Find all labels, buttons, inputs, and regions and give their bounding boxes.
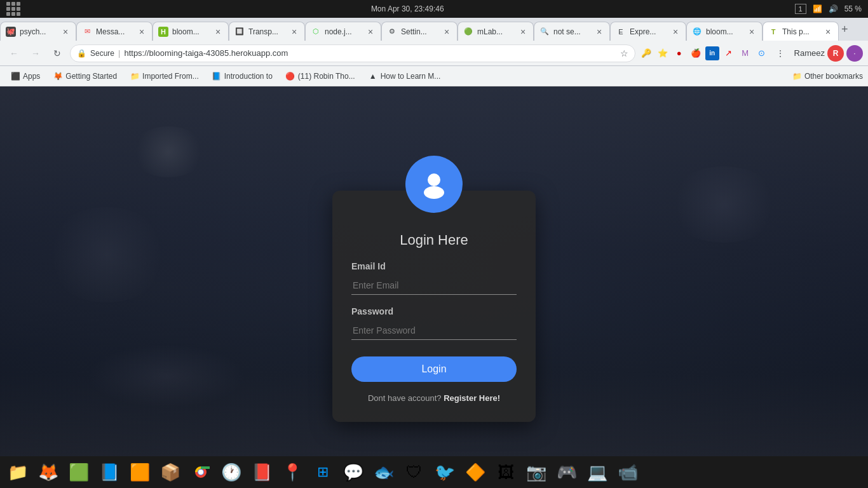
tab-favicon-messa: ✉ [82,27,92,37]
reload-button[interactable]: ↻ [48,44,66,62]
taskbar-archive[interactable]: 📦 [156,458,184,486]
taskbar-whatsapp[interactable]: 💬 [339,458,367,486]
tab-node[interactable]: ⬡ node.j... × [305,22,381,41]
tab-sett[interactable]: ⚙ Settin... × [381,22,458,41]
bookmark-imported-label: Imported From... [142,72,199,81]
email-input[interactable] [351,276,517,295]
taskbar-video[interactable]: 📹 [614,458,642,486]
taskbar-docs[interactable]: 📘 [95,458,123,486]
bookmark-intro[interactable]: 📘 Introduction to [207,70,278,83]
taskbar-bird[interactable]: 🐦 [431,458,459,486]
tab-favicon-mlab: 🟢 [463,27,473,37]
profile-avatar-purple[interactable]: · [846,45,863,62]
tab-bloom2[interactable]: 🌐 bloom... × [686,22,763,41]
tab-close-psycho[interactable]: × [60,27,71,37]
taskbar-sheets[interactable]: 🟩 [65,458,93,486]
bokeh-1 [130,126,207,177]
tab-bloom1[interactable]: H bloom... × [153,22,229,41]
bookmark-robin[interactable]: 🔴 (11) Robin Tho... [280,70,360,83]
os-topbar: Mon Apr 30, 23:49:46 1 📶 🔊 55 % [0,0,868,18]
bookmark-howto[interactable]: ▲ How to Learn M... [363,70,446,83]
address-box[interactable]: 🔒 Secure | https://blooming-taiga-43085.… [70,44,635,62]
back-button[interactable]: ← [5,44,23,62]
tab-label-mlab: mLab... [477,27,514,36]
password-label: Password [351,306,517,316]
ext-red-arrow-icon[interactable]: ↗ [722,46,736,60]
other-bookmarks[interactable]: 📁 Other bookmarks [792,72,863,81]
tab-favicon-expre: E [616,27,626,37]
bookmark-getting-started-label: Getting Started [65,72,117,81]
ext-m-icon[interactable]: M [738,46,752,60]
ext-linkedin-icon[interactable]: in [705,46,719,60]
tab-close-trans[interactable]: × [289,27,299,37]
star-icon[interactable]: ☆ [620,48,628,58]
new-tab-button[interactable]: + [841,20,848,38]
taskbar-game[interactable]: 🎮 [553,458,581,486]
tab-close-expre[interactable]: × [670,27,681,37]
taskbar-fish[interactable]: 🐟 [370,458,398,486]
tab-messa[interactable]: ✉ Messa... × [76,22,153,41]
tab-thisp[interactable]: T This p... × [763,22,839,41]
taskbar-vlc[interactable]: 🔶 [461,458,489,486]
user-avatar-circle [405,156,463,213]
ext-red-circle-icon[interactable]: ● [672,46,686,60]
taskbar-files[interactable]: 📁 [4,458,32,486]
os-topbar-left [6,2,20,16]
taskbar-vpn[interactable]: 🛡 [400,458,428,486]
tab-psycho[interactable]: 🐙 psych... × [0,22,76,41]
ext-apple-icon[interactable]: 🍎 [689,46,703,60]
tab-close-messa[interactable]: × [137,27,147,37]
app-grid-icon[interactable] [6,2,20,16]
bookmark-apps[interactable]: ⬛ Apps [5,70,45,83]
secure-label: Secure [90,49,114,58]
forward-button[interactable]: → [27,44,44,62]
bokeh-2 [43,207,170,302]
tab-favicon-psycho: 🐙 [6,27,16,37]
url-text[interactable]: https://blooming-taiga-43085.herokuapp.c… [124,48,616,58]
tab-close-bloom2[interactable]: × [747,27,757,37]
tab-favicon-bloom2: 🌐 [692,27,702,37]
tab-mlab[interactable]: 🟢 mLab... × [458,22,534,41]
toolbar-right-icons: 🔑 ⭐ ● 🍎 in ↗ M ⊙ ⋮ Rameez R · [639,44,863,62]
ext-key-icon[interactable]: 🔑 [639,46,653,60]
tab-expre[interactable]: E Expre... × [610,22,686,41]
kebab-menu-button[interactable]: ⋮ [771,44,789,62]
tab-close-node[interactable]: × [365,27,376,37]
bokeh-3 [667,166,781,243]
tab-close-bloom1[interactable]: × [213,27,223,37]
tab-close-sett[interactable]: × [442,27,452,37]
taskbar-pdf[interactable]: 📕 [248,458,276,486]
tab-label-node: node.j... [325,27,362,36]
tab-close-thisp[interactable]: × [823,27,833,37]
tab-label-sett: Settin... [401,27,438,36]
intro-favicon: 📘 [212,72,222,81]
taskbar-photo[interactable]: 🖼 [492,458,520,486]
tab-notse[interactable]: 🔍 not se... × [534,22,610,41]
getting-started-favicon: 🦊 [53,72,63,81]
tab-close-mlab[interactable]: × [518,27,528,37]
taskbar-firefox[interactable]: 🦊 [34,458,62,486]
bookmark-getting-started[interactable]: 🦊 Getting Started [48,70,122,83]
ext-star-icon[interactable]: ⭐ [656,46,670,60]
taskbar-chrome[interactable] [187,458,215,486]
login-button[interactable]: Login [351,356,517,382]
taskbar-windows[interactable]: ⊞ [309,458,337,486]
taskbar-camera[interactable]: 📷 [522,458,550,486]
bookmark-imported[interactable]: 📁 Imported From... [125,70,204,83]
tab-favicon-thisp: T [768,27,778,37]
register-link[interactable]: Register Here! [444,393,500,403]
imported-favicon: 📁 [130,72,140,81]
taskbar-slides[interactable]: 🟧 [126,458,154,486]
taskbar-terminal[interactable]: 💻 [583,458,611,486]
tab-favicon-trans: 🔲 [234,27,245,37]
bookmark-howto-label: How to Learn M... [381,72,441,81]
ext-circle-icon[interactable]: ⊙ [755,46,769,60]
tab-label-notse: not se... [553,27,590,36]
profile-avatar-red[interactable]: R [827,45,844,62]
tab-close-notse[interactable]: × [594,27,604,37]
taskbar-clock[interactable]: 🕐 [217,458,245,486]
taskbar-maps[interactable]: 📍 [278,458,306,486]
user-silhouette-icon [418,168,450,200]
tab-trans[interactable]: 🔲 Transp... × [229,22,305,41]
password-input[interactable] [351,322,517,340]
